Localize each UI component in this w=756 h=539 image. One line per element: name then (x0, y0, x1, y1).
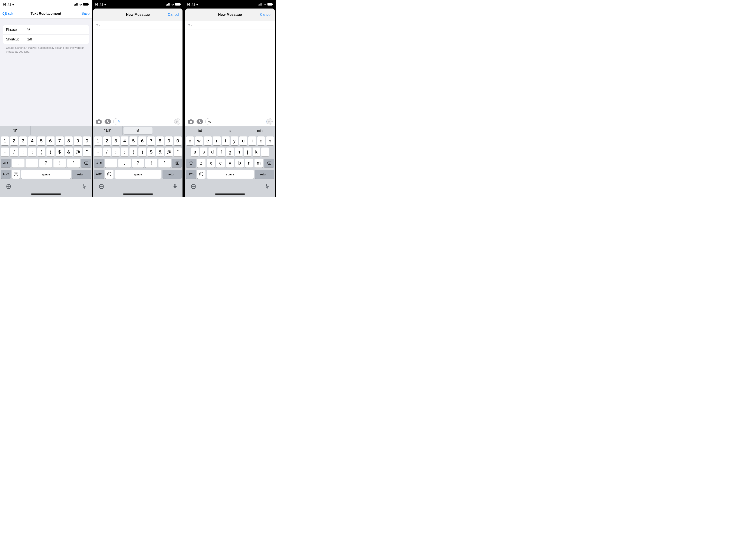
key-6[interactable]: 6 (46, 136, 54, 145)
globe-icon[interactable] (6, 184, 11, 190)
key-k[interactable]: k (253, 147, 260, 156)
key-slash[interactable]: / (10, 147, 18, 156)
key-5[interactable]: 5 (129, 136, 137, 145)
key-z[interactable]: z (197, 159, 206, 168)
key-lparen[interactable]: ( (37, 147, 45, 156)
to-field[interactable]: To: (93, 21, 183, 30)
key-comma[interactable]: , (119, 159, 131, 168)
key-exclaim[interactable]: ! (145, 159, 157, 168)
key-h[interactable]: h (235, 147, 243, 156)
key-quote[interactable]: " (83, 147, 91, 156)
key-return[interactable]: return (255, 170, 274, 179)
prediction-3[interactable]: min (245, 126, 275, 135)
key-b[interactable]: b (235, 159, 244, 168)
message-input[interactable]: ⅛ (205, 118, 273, 125)
phrase-row[interactable]: Phrase ⅛ (3, 25, 89, 35)
key-2[interactable]: 2 (103, 136, 111, 145)
key-altsym[interactable]: #+= (94, 159, 104, 168)
key-emoji[interactable] (12, 170, 20, 179)
prediction-3[interactable] (61, 126, 92, 135)
key-n[interactable]: n (245, 159, 253, 168)
key-space[interactable]: space (115, 170, 161, 179)
home-indicator[interactable] (123, 193, 153, 194)
key-colon[interactable]: : (112, 147, 120, 156)
mic-icon[interactable] (265, 184, 269, 190)
key-question[interactable]: ? (40, 159, 52, 168)
key-0[interactable]: 0 (174, 136, 182, 145)
key-shift[interactable] (186, 159, 196, 168)
appstore-icon[interactable] (104, 119, 111, 124)
key-emoji[interactable] (197, 170, 206, 179)
key-f[interactable]: f (217, 147, 225, 156)
key-delete[interactable] (81, 159, 91, 168)
key-8[interactable]: 8 (65, 136, 73, 145)
key-p[interactable]: p (266, 136, 274, 145)
key-6[interactable]: 6 (138, 136, 146, 145)
key-return[interactable]: return (72, 170, 91, 179)
key-5[interactable]: 5 (37, 136, 45, 145)
to-field[interactable]: To: (185, 21, 275, 30)
key-123[interactable]: 123 (186, 170, 196, 179)
key-7[interactable]: 7 (147, 136, 155, 145)
key-3[interactable]: 3 (112, 136, 120, 145)
key-colon[interactable]: : (19, 147, 27, 156)
home-indicator[interactable] (215, 193, 245, 194)
globe-icon[interactable] (99, 184, 104, 190)
key-altsym[interactable]: #+= (1, 159, 11, 168)
key-x[interactable]: x (207, 159, 215, 168)
key-dash[interactable]: - (1, 147, 9, 156)
key-amp[interactable]: & (156, 147, 164, 156)
key-1[interactable]: 1 (94, 136, 102, 145)
key-9[interactable]: 9 (74, 136, 82, 145)
key-dollar[interactable]: $ (55, 147, 64, 156)
key-q[interactable]: q (186, 136, 194, 145)
key-abc[interactable]: ABC (1, 170, 11, 179)
key-4[interactable]: 4 (121, 136, 128, 145)
key-7[interactable]: 7 (55, 136, 64, 145)
key-t[interactable]: t (222, 136, 229, 145)
key-exclaim[interactable]: ! (53, 159, 66, 168)
globe-icon[interactable] (191, 184, 196, 190)
key-rparen[interactable]: ) (138, 147, 146, 156)
send-button[interactable] (174, 119, 179, 124)
key-9[interactable]: 9 (165, 136, 173, 145)
key-s[interactable]: s (200, 147, 208, 156)
key-lparen[interactable]: ( (129, 147, 137, 156)
key-c[interactable]: c (216, 159, 225, 168)
key-delete[interactable] (264, 159, 274, 168)
save-button[interactable]: Save (81, 12, 90, 16)
send-button[interactable] (266, 119, 272, 124)
key-amp[interactable]: & (65, 147, 73, 156)
key-o[interactable]: o (257, 136, 265, 145)
key-at[interactable]: @ (74, 147, 82, 156)
key-2[interactable]: 2 (10, 136, 18, 145)
message-input[interactable]: 1/8 (113, 118, 180, 125)
shortcut-value[interactable]: 1/8 (27, 38, 86, 41)
key-u[interactable]: u (239, 136, 247, 145)
key-4[interactable]: 4 (28, 136, 36, 145)
camera-icon[interactable] (95, 119, 102, 124)
key-rparen[interactable]: ) (46, 147, 54, 156)
key-at[interactable]: @ (165, 147, 173, 156)
key-dash[interactable]: - (94, 147, 102, 156)
cancel-button[interactable]: Cancel (260, 13, 271, 17)
mic-icon[interactable] (173, 184, 177, 190)
key-comma[interactable]: , (26, 159, 38, 168)
key-m[interactable]: m (254, 159, 263, 168)
prediction-2[interactable] (31, 126, 61, 135)
prediction-1[interactable]: "1/8" (93, 126, 123, 135)
key-w[interactable]: w (195, 136, 203, 145)
mic-icon[interactable] (82, 184, 86, 190)
key-e[interactable]: e (204, 136, 212, 145)
shortcut-row[interactable]: Shortcut 1/8 (3, 35, 89, 44)
key-quote[interactable]: " (174, 147, 182, 156)
key-return[interactable]: return (162, 170, 182, 179)
prediction-3[interactable] (153, 126, 183, 135)
key-abc[interactable]: ABC (94, 170, 104, 179)
prediction-1[interactable]: "8" (0, 126, 31, 135)
prediction-2[interactable]: ⅛ (124, 127, 153, 134)
key-1[interactable]: 1 (1, 136, 9, 145)
back-button[interactable]: Back (2, 12, 13, 16)
key-emoji[interactable] (105, 170, 114, 179)
key-d[interactable]: d (209, 147, 216, 156)
